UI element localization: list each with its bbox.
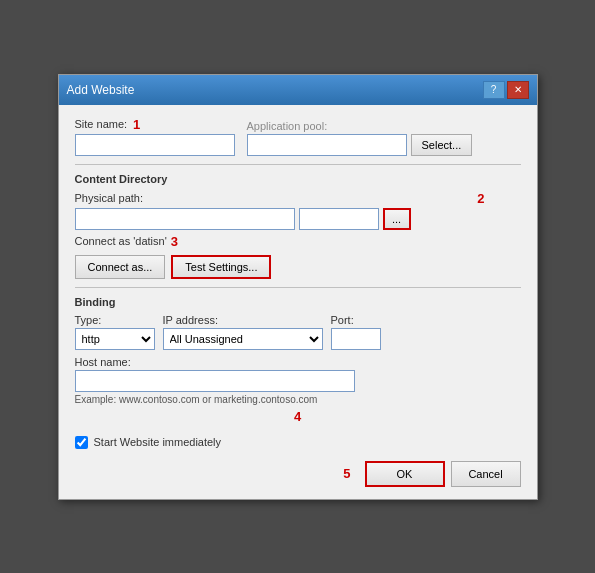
number-4: 4 bbox=[294, 409, 301, 424]
dialog-title: Add Website bbox=[67, 83, 135, 97]
browse-button[interactable]: ... bbox=[383, 208, 411, 230]
path-extra-input[interactable] bbox=[299, 208, 379, 230]
title-bar: Add Website ? ✕ bbox=[59, 75, 537, 105]
add-website-dialog: Add Website ? ✕ Site name: 1 download da… bbox=[58, 74, 538, 500]
connect-as-text: Connect as 'datisn' bbox=[75, 235, 167, 247]
physical-path-row: C:\files\datis ... bbox=[75, 208, 521, 230]
number-3: 3 bbox=[171, 234, 178, 249]
binding-header: Binding bbox=[75, 296, 521, 308]
site-name-number: 1 bbox=[133, 117, 140, 132]
divider-2 bbox=[75, 287, 521, 288]
start-website-checkbox[interactable] bbox=[75, 436, 88, 449]
title-controls: ? ✕ bbox=[483, 81, 529, 99]
ip-address-select[interactable]: All Unassigned bbox=[163, 328, 323, 350]
app-pool-label: Application pool: bbox=[247, 120, 473, 132]
type-label: Type: bbox=[75, 314, 155, 326]
site-name-label: Site name: bbox=[75, 118, 128, 130]
app-pool-input[interactable]: download datisnetwork bbox=[247, 134, 407, 156]
ip-address-label: IP address: bbox=[163, 314, 323, 326]
physical-path-input[interactable]: C:\files\datis bbox=[75, 208, 295, 230]
start-website-row: Start Website immediately bbox=[75, 436, 521, 449]
bottom-buttons: 5 OK Cancel bbox=[75, 461, 521, 487]
physical-path-label: Physical path: bbox=[75, 192, 143, 204]
ok-button[interactable]: OK bbox=[365, 461, 445, 487]
cancel-button[interactable]: Cancel bbox=[451, 461, 521, 487]
host-name-label: Host name: bbox=[75, 356, 521, 368]
example-text: Example: www.contoso.com or marketing.co… bbox=[75, 394, 521, 405]
site-name-group: Site name: 1 download datisnetwork bbox=[75, 117, 235, 156]
port-input[interactable]: 80 bbox=[331, 328, 381, 350]
help-button[interactable]: ? bbox=[483, 81, 505, 99]
start-website-label: Start Website immediately bbox=[94, 436, 222, 448]
host-name-row: Host name: dl.datisnetwork.com Example: … bbox=[75, 356, 521, 405]
site-name-input[interactable]: download datisnetwork bbox=[75, 134, 235, 156]
close-button[interactable]: ✕ bbox=[507, 81, 529, 99]
connect-as-button[interactable]: Connect as... bbox=[75, 255, 166, 279]
port-label: Port: bbox=[331, 314, 381, 326]
number-2: 2 bbox=[477, 191, 484, 206]
type-select[interactable]: http https bbox=[75, 328, 155, 350]
dialog-body: Site name: 1 download datisnetwork Appli… bbox=[59, 105, 537, 499]
binding-section: Binding Type: http https IP address: All… bbox=[75, 296, 521, 424]
binding-type-ip-port-row: Type: http https IP address: All Unassig… bbox=[75, 314, 521, 350]
divider-1 bbox=[75, 164, 521, 165]
app-pool-group: Application pool: download datisnetwork … bbox=[247, 120, 473, 156]
connect-test-row: Connect as... Test Settings... bbox=[75, 255, 521, 279]
site-app-row: Site name: 1 download datisnetwork Appli… bbox=[75, 117, 521, 156]
select-button[interactable]: Select... bbox=[411, 134, 473, 156]
host-name-input[interactable]: dl.datisnetwork.com bbox=[75, 370, 355, 392]
content-directory-section: Content Directory Physical path: 2 C:\fi… bbox=[75, 173, 521, 279]
test-settings-button[interactable]: Test Settings... bbox=[171, 255, 271, 279]
content-directory-header: Content Directory bbox=[75, 173, 521, 185]
number-5: 5 bbox=[343, 466, 350, 481]
footer-section: Start Website immediately 5 OK Cancel bbox=[75, 436, 521, 487]
